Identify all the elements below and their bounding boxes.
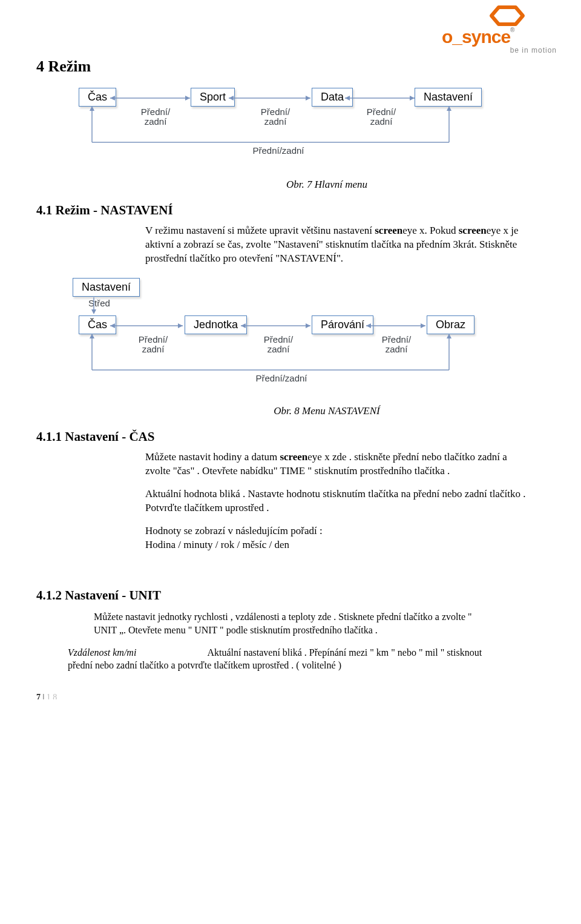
svg-marker-5: [306, 96, 310, 101]
diag1-bottom-arrow: [86, 106, 473, 148]
diag2-box-parovani: Párování: [312, 315, 373, 334]
logo-tagline: be in motion: [442, 46, 557, 54]
logo-brand-text: o_synce®: [442, 27, 557, 47]
diag2-bottom-arrow: [86, 334, 473, 376]
svg-marker-30: [447, 334, 451, 338]
para-unit-2: Vzdálenost km/mi Aktuální nastavení blik…: [68, 646, 502, 672]
para-rezim-nastaveni: V režimu nastavení si můžete upravit vět…: [145, 224, 527, 266]
svg-marker-16: [91, 309, 96, 314]
brand-logo: o_synce® be in motion: [442, 5, 557, 54]
page: o_synce® be in motion 4 Režim Čas Sport …: [0, 0, 581, 699]
diag2-box-jednotka: Jednotka: [185, 315, 247, 334]
heading-4-1-1: 4.1.1 Nastavení - ČAS: [36, 429, 545, 444]
para-unit-1: Můžete nastavit jednotky rychlosti , vzd…: [94, 610, 478, 636]
svg-marker-21: [306, 323, 310, 328]
svg-marker-13: [90, 106, 94, 111]
diagram-nastaveni-menu: Nastavení Střed Čas Jednotka Párování Ob…: [73, 278, 545, 393]
heading-4: 4 Režim: [36, 58, 545, 76]
heading-4-1-2: 4.1.2 Nastavení - UNIT: [36, 588, 545, 603]
svg-marker-24: [421, 323, 425, 328]
diag2-arrow-1: [110, 323, 186, 329]
diagram-main-menu: Čas Sport Data Nastavení Přední/ zadní P…: [73, 88, 545, 167]
svg-marker-14: [447, 106, 451, 111]
svg-marker-19: [110, 323, 115, 328]
figure-7-caption: Obr. 7 Hlavní menu: [109, 179, 545, 191]
diag2-bottom-label: Přední/zadní: [245, 373, 318, 383]
svg-marker-9: [345, 96, 350, 101]
diag1-box-nastaveni: Nastavení: [415, 88, 482, 107]
diag2-arrow-3: [366, 323, 427, 329]
para-cas-1: Můžete nastavit hodiny a datum screeneye…: [145, 450, 527, 478]
svg-marker-0: [491, 7, 523, 24]
svg-marker-22: [241, 323, 246, 328]
para-cas-2: Aktuální hodnota bliká . Nastavte hodnot…: [145, 487, 527, 515]
diag2-box-obraz: Obraz: [427, 315, 474, 334]
page-footer: 7 | 1 8: [36, 693, 57, 699]
diag2-arrow-2: [241, 323, 313, 329]
heading-4-1: 4.1 Režim - NASTAVENÍ: [36, 203, 545, 218]
svg-marker-18: [178, 323, 183, 328]
diag2-topbox: Nastavení: [73, 278, 140, 297]
svg-marker-29: [90, 334, 94, 338]
diag1-arrow-3: [345, 95, 418, 101]
svg-marker-25: [366, 323, 371, 328]
svg-marker-3: [110, 96, 115, 101]
logo-hex-icon: [488, 5, 527, 27]
svg-marker-6: [229, 96, 234, 101]
diag1-bottom-label: Přední/zadní: [242, 145, 315, 156]
distance-label: Vzdálenost km/mi: [68, 647, 136, 658]
diag2-down-arrow: [91, 297, 97, 315]
diag1-arrow-2: [229, 95, 313, 101]
diag1-arrow-1: [110, 95, 195, 101]
figure-8-caption: Obr. 8 Menu NASTAVENÍ: [109, 405, 545, 417]
svg-marker-2: [185, 96, 190, 101]
svg-marker-8: [410, 96, 415, 101]
para-cas-3: Hodnoty se zobrazí v následujícím pořadí…: [145, 524, 527, 552]
